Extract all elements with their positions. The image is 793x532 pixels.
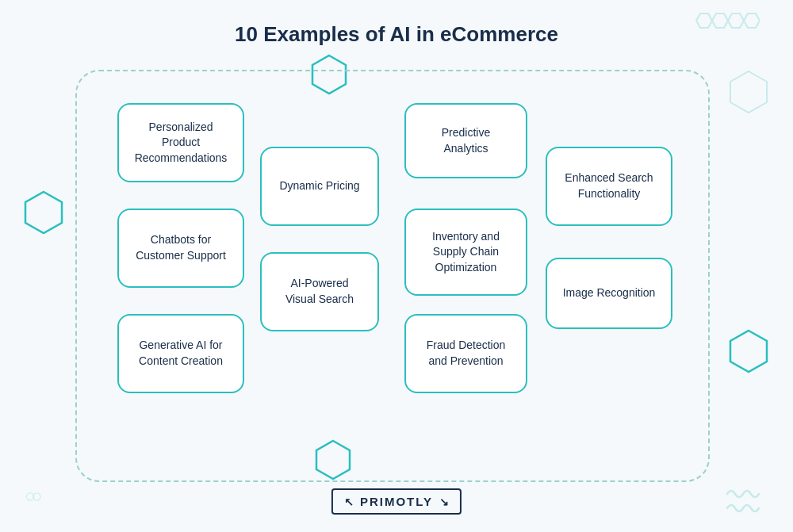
card-label-inventory: Inventory and Supply Chain Optimization [419, 229, 513, 276]
deco-hex-right-bottom [727, 329, 771, 377]
card-label-enhanced-search: Enhanced Search Functionality [560, 170, 658, 201]
svg-marker-7 [730, 331, 767, 372]
card-chatbots: Chatbots for Customer Support [117, 209, 244, 288]
svg-marker-6 [730, 71, 767, 113]
card-label-predictive-analytics: Predictive Analytics [419, 125, 513, 156]
card-personalized-product: Personalized Product Recommendations [117, 103, 244, 182]
card-predictive-analytics: Predictive Analytics [404, 103, 527, 178]
card-label-chatbots: Chatbots for Customer Support [132, 232, 230, 263]
logo-arrow-right: ↘ [439, 496, 449, 508]
deco-hex-bottom-left [22, 484, 66, 516]
logo-arrow-left: ↖ [344, 496, 354, 508]
card-image-recognition: Image Recognition [546, 258, 672, 329]
page-title: 10 Examples of AI in eCommerce [0, 22, 793, 47]
card-generative-ai: Generative AI for Content Creation [117, 314, 244, 393]
card-enhanced-search: Enhanced Search Functionality [546, 147, 672, 226]
deco-squiggle-bottom-right [723, 486, 771, 518]
logo-text: PRIMOTLY [360, 495, 433, 508]
card-label-image-recognition: Image Recognition [563, 285, 656, 301]
card-label-personalized-product: Personalized Product Recommendations [132, 120, 230, 166]
card-label-fraud-detection: Fraud Detection and Prevention [419, 338, 513, 369]
logo-area: ↖ PRIMOTLY ↘ [331, 488, 462, 515]
card-fraud-detection: Fraud Detection and Prevention [404, 314, 527, 393]
svg-marker-5 [25, 192, 62, 233]
deco-hex-left [22, 190, 66, 238]
deco-hex-right-top [727, 70, 771, 117]
card-inventory: Inventory and Supply Chain Optimization [404, 209, 527, 296]
card-label-dynamic-pricing: Dynamic Pricing [279, 178, 359, 194]
card-ai-visual-search: AI-Powered Visual Search [260, 252, 379, 331]
card-label-ai-visual-search: AI-Powered Visual Search [274, 276, 365, 307]
card-label-generative-ai: Generative AI for Content Creation [132, 338, 230, 369]
card-dynamic-pricing: Dynamic Pricing [260, 147, 379, 226]
